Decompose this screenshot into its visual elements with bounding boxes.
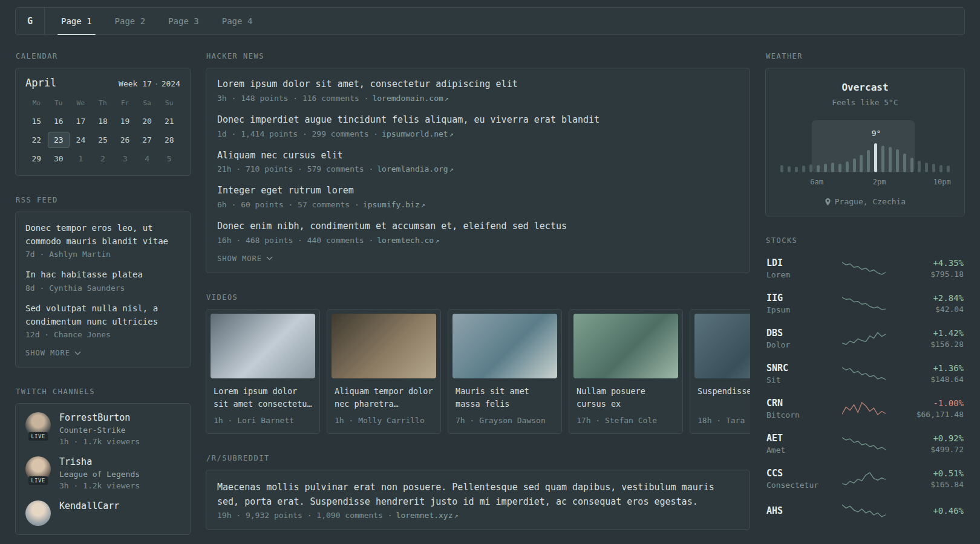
calendar-day-cell: 4: [136, 151, 158, 167]
weather-time-label: 10pm: [933, 178, 951, 186]
stock-row[interactable]: CCS Consectetur +0.51% $165.84: [765, 461, 965, 496]
calendar-days: 1516171819202122232425262728293012345: [25, 113, 180, 167]
weather-hour-bar: [896, 149, 899, 172]
calendar-year: 2024: [162, 79, 180, 88]
calendar-day-header: Sa: [136, 99, 158, 107]
hackernews-item-title[interactable]: Integer eget rutrum lorem: [217, 184, 739, 198]
video-card[interactable]: Suspendisse diam 18h · Tara: [690, 309, 750, 434]
page-tab[interactable]: Page 1: [50, 8, 103, 34]
stock-change: +0.92%: [903, 433, 964, 443]
hackernews-card: Lorem ipsum dolor sit amet, consectetur …: [206, 68, 750, 273]
stock-change: +4.35%: [903, 258, 964, 268]
stock-change: +0.51%: [903, 468, 964, 478]
app-logo[interactable]: G: [16, 8, 45, 34]
hackernews-item-domain-link[interactable]: ipsumify.biz: [363, 200, 420, 209]
stock-price: $795.18: [903, 270, 964, 279]
stock-price: $42.04: [903, 305, 964, 314]
stock-row[interactable]: SNRC Sit +1.36% $148.64: [765, 356, 965, 391]
subreddit-item-domain-link[interactable]: loremnet.xyz: [396, 511, 453, 520]
stock-values: +1.36% $148.64: [903, 363, 964, 384]
weather-hour-bar: [889, 147, 892, 172]
calendar-card: April Week 17·2024 MoTuWeThFrSaSu 151617…: [15, 68, 191, 176]
rss-item: Donec tempor eros leo, ut commodo mauris…: [25, 222, 180, 259]
weather-hour-bar: [910, 158, 913, 172]
hackernews-item-title[interactable]: Donec imperdiet augue tincidunt felis al…: [217, 114, 739, 127]
video-card[interactable]: Lorem ipsum dolor sit amet consectetu… 1…: [206, 309, 320, 434]
hackernews-item: Aliquam nec cursus elit 21h · 710 points…: [217, 149, 739, 174]
stock-row[interactable]: AET Amet +0.92% $499.72: [765, 426, 965, 461]
video-card[interactable]: Mauris sit amet massa felis 7h · Grayson…: [448, 309, 562, 434]
stock-sparkline-chart: [842, 366, 886, 381]
stock-row[interactable]: CRN Bitcorn -1.00% $66,171.48: [765, 391, 965, 426]
calendar-week-label: Week 17: [119, 79, 152, 88]
calendar-day-cell: 26: [114, 132, 136, 148]
weather-hour-bar: [824, 164, 827, 172]
hackernews-item-domain-link[interactable]: loremdomain.com: [372, 94, 443, 103]
weather-hour-bar: [939, 165, 942, 172]
page-tab[interactable]: Page 2: [103, 8, 157, 34]
weather-widget: WEATHER Overcast Feels like 5°C 9° 6am2p…: [765, 52, 965, 216]
stock-sparkline-chart: [842, 503, 886, 519]
separator-dot: ·: [154, 79, 159, 88]
channel-name: ForrestBurton: [59, 412, 140, 423]
calendar-day-cell: 16: [48, 113, 70, 129]
rss-item-title[interactable]: In hac habitasse platea: [25, 268, 180, 282]
video-meta: 1h · Lori Barnett: [214, 416, 312, 425]
rss-widget: RSS FEED Donec tempor eros leo, ut commo…: [15, 196, 191, 368]
channel-meta: 1h · 1.7k viewers: [59, 437, 140, 446]
hackernews-item-title[interactable]: Lorem ipsum dolor sit amet, consectetur …: [217, 78, 739, 91]
subreddit-item-title[interactable]: Maecenas mollis pulvinar erat non posuer…: [217, 480, 739, 509]
hackernews-widget-title: HACKER NEWS: [206, 52, 750, 60]
page-tab[interactable]: Page 4: [211, 8, 264, 34]
stock-sparkline-chart: [842, 401, 886, 416]
calendar-day-cell: 23: [48, 132, 70, 148]
hackernews-item-domain-link[interactable]: ipsumworld.net: [382, 129, 448, 138]
weather-hour-bar: [780, 165, 783, 172]
video-card[interactable]: Nullam posuere cursus ex 17h · Stefan Co…: [569, 309, 683, 434]
weather-hour-bar: [903, 154, 906, 172]
twitch-channel-list: LIVE ForrestBurton Counter-Strike 1h · 1…: [25, 412, 180, 526]
twitch-widget-title: TWITCH CHANNELS: [16, 387, 191, 396]
rss-item-title[interactable]: Donec tempor eros leo, ut commodo mauris…: [25, 222, 180, 248]
stock-price: $165.84: [903, 480, 964, 489]
stock-sparkline-wrap: [825, 296, 903, 311]
rss-item-meta: 7d · Ashlyn Martin: [25, 250, 180, 259]
stock-change: +1.42%: [903, 328, 964, 338]
hackernews-item: Donec enim nibh, condimentum et accumsan…: [217, 220, 739, 245]
hackernews-item-title[interactable]: Donec enim nibh, condimentum et accumsan…: [217, 220, 739, 233]
video-thumbnail: [573, 314, 678, 378]
calendar-month: April: [25, 77, 56, 89]
stock-values: +2.84% $42.04: [903, 293, 964, 314]
stock-name: Bitcorn: [766, 410, 825, 419]
video-meta: 7h · Grayson Dawson: [456, 416, 554, 425]
video-card[interactable]: Aliquam tempor dolor nec pharetra… 1h · …: [327, 309, 441, 434]
stock-row[interactable]: AHS +0.46%: [765, 496, 965, 525]
channel-game: Counter-Strike: [59, 426, 140, 435]
hackernews-widget: HACKER NEWS Lorem ipsum dolor sit amet, …: [206, 52, 750, 273]
stock-row[interactable]: LDI Lorem +4.35% $795.18: [765, 251, 965, 286]
video-title: Suspendisse diam: [697, 385, 750, 410]
page-tab[interactable]: Page 3: [157, 8, 211, 34]
weather-hour-bar: [788, 166, 791, 172]
stock-identity: AHS: [766, 505, 825, 516]
twitch-channel-row[interactable]: LIVE Trisha League of Legends 3h · 1.2k …: [25, 456, 180, 490]
hackernews-item-meta: 3h · 148 points · 116 comments ·loremdom…: [217, 94, 739, 103]
live-badge: LIVE: [28, 476, 48, 485]
external-link-icon: ↗: [449, 165, 454, 173]
hackernews-item-title[interactable]: Aliquam nec cursus elit: [217, 149, 739, 163]
hackernews-item-domain-link[interactable]: loremlandia.org: [377, 164, 448, 173]
stock-values: +0.92% $499.72: [903, 433, 964, 454]
rss-item-title[interactable]: Sed volutpat nulla nisl, a condimentum n…: [25, 302, 180, 328]
hackernews-show-more-button[interactable]: SHOW MORE: [217, 254, 273, 263]
hackernews-item-domain-link[interactable]: loremtech.co: [377, 236, 434, 245]
calendar-day-cell: 2: [92, 151, 114, 167]
channel-game: League of Legends: [59, 470, 140, 479]
rss-show-more-button[interactable]: SHOW MORE: [25, 349, 81, 357]
twitch-channel-row[interactable]: LIVE ForrestBurton Counter-Strike 1h · 1…: [25, 412, 180, 446]
stock-row[interactable]: IIG Ipsum +2.84% $42.04: [765, 286, 965, 321]
channel-meta: 3h · 1.2k viewers: [59, 481, 140, 490]
stock-sparkline-chart: [842, 436, 886, 452]
stock-row[interactable]: DBS Dolor +1.42% $156.28: [765, 321, 965, 356]
twitch-channel-row[interactable]: KendallCarr: [25, 500, 180, 526]
calendar-day-cell: 29: [25, 151, 48, 167]
